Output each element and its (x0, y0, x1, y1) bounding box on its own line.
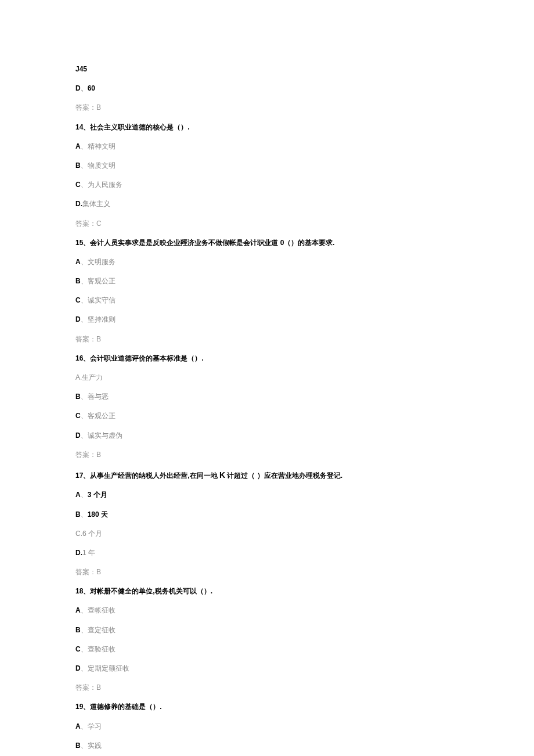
separator: 、 (81, 161, 88, 170)
option-label: C (75, 412, 81, 420)
q18-option-b: B、查定征收 (75, 625, 459, 636)
separator: 、 (81, 606, 88, 614)
option-text: 1 年 (82, 549, 95, 557)
option-label: C (75, 296, 81, 304)
separator: 、 (81, 664, 88, 672)
q14-option-c: C、为人民服务 (75, 179, 459, 190)
option-text: 诚实守信 (88, 296, 116, 304)
option-text: 集体主义 (82, 200, 110, 208)
separator: 、 (81, 510, 88, 519)
separator: 、 (81, 412, 88, 420)
separator: 、 (81, 491, 88, 499)
separator: 、 (81, 431, 88, 440)
option-text: 3 个月 (88, 491, 107, 499)
option-label: A (75, 258, 81, 266)
option-label: A (75, 606, 81, 614)
q17-option-c: C.6 个月 (75, 528, 459, 539)
separator: 、 (81, 142, 88, 150)
q15-option-d: D、坚持准则 (75, 314, 459, 325)
option-label: A (75, 491, 81, 499)
separator: 、 (81, 181, 88, 189)
q17-letter-k: K (219, 470, 225, 480)
q16-option-d: D、诚实与虚伪 (75, 430, 459, 441)
option-text: 生产力 (82, 373, 103, 381)
separator: 、 (81, 645, 88, 653)
header-j45: J45 (75, 64, 459, 75)
question-17: 17、从事生产经营的纳税人外出经营,在同一地 K 计超过（ ）应在营业地办理税务… (75, 469, 459, 481)
q14-option-b: B、物质文明 (75, 160, 459, 171)
option-text: 60 (88, 84, 95, 92)
option-text: 文明服务 (88, 258, 116, 266)
option-text: 善与恶 (88, 393, 109, 401)
q19-option-a: A、学习 (75, 721, 459, 732)
separator: 、 (81, 258, 88, 266)
option-label: B (75, 626, 81, 634)
option-text: 查定征收 (88, 626, 116, 634)
option-label: C (75, 181, 81, 189)
option-text: 精神文明 (88, 142, 116, 150)
q18-option-a: A、查帐征收 (75, 605, 459, 616)
question-16: 16、会计职业道德评价的基本标准是（）. (75, 353, 459, 364)
option-label: B (75, 393, 81, 401)
separator: 、 (81, 741, 88, 750)
prev-option-d: D、60 (75, 83, 459, 94)
q18-option-c: C、查验征收 (75, 644, 459, 655)
option-text: 180 天 (88, 510, 108, 519)
option-label: C (75, 645, 81, 653)
option-text: 诚实与虚伪 (88, 431, 122, 440)
option-label: B (75, 277, 81, 285)
option-label: D (75, 315, 81, 323)
option-text: 6 个月 (82, 530, 102, 538)
separator: 、 (81, 277, 88, 285)
option-label: D (75, 84, 81, 92)
separator: 、 (81, 626, 88, 634)
answer-14: 答案：C (75, 218, 459, 229)
option-text: 查验征收 (88, 645, 116, 653)
option-text: 为人民服务 (88, 181, 122, 189)
option-text: 坚持准则 (88, 315, 116, 323)
separator: 、 (81, 315, 88, 323)
option-text: 物质文明 (88, 161, 116, 170)
answer-17: 答案：B (75, 567, 459, 578)
q17-option-d: D.1 年 (75, 548, 459, 559)
option-label: C. (75, 530, 82, 538)
option-text: 学习 (88, 722, 102, 730)
q17-option-a: A、3 个月 (75, 489, 459, 501)
option-text: 客观公正 (88, 277, 116, 285)
separator: 、 (81, 393, 88, 401)
option-label: B (75, 741, 81, 750)
q16-option-b: B、善与恶 (75, 391, 459, 402)
q14-option-d: D.集体主义 (75, 199, 459, 210)
option-label: B (75, 510, 81, 519)
question-14: 14、社会主义职业道德的核心是（）. (75, 122, 459, 133)
option-text: 定期定额征收 (88, 664, 129, 672)
answer-16: 答案：B (75, 449, 459, 460)
q18-option-d: D、定期定额征收 (75, 663, 459, 674)
q17-text-post: 计超过（ ）应在营业地办理税务登记. (225, 471, 342, 480)
separator: 、 (81, 296, 88, 304)
separator: 、 (81, 722, 88, 730)
option-label: A. (75, 373, 82, 381)
q15-option-c: C、诚实守信 (75, 295, 459, 306)
q15-option-a: A、文明服务 (75, 257, 459, 268)
option-label: D. (75, 200, 82, 208)
answer-18: 答案：B (75, 682, 459, 693)
q16-option-a: A.生产力 (75, 372, 459, 383)
answer-13: 答案：B (75, 102, 459, 113)
option-text: 实践 (88, 741, 102, 750)
q16-option-c: C、客观公正 (75, 411, 459, 422)
q17-text-pre: 17、从事生产经营的纳税人外出经营,在同一地 (75, 471, 219, 480)
option-label: D. (75, 549, 82, 557)
option-label: D (75, 664, 81, 672)
q15-option-b: B、客观公正 (75, 276, 459, 287)
question-15: 15、会计人员实事求是是反映企业羥济业务不做假帐是会计职业道 0（）的基本要求. (75, 237, 459, 249)
q17-option-b: B、180 天 (75, 509, 459, 520)
option-label: D (75, 431, 81, 440)
option-label: A (75, 722, 81, 730)
option-label: A (75, 142, 81, 150)
question-18: 18、对帐册不健全的单位,税务机关可以（）. (75, 586, 459, 597)
q14-option-a: A、精神文明 (75, 141, 459, 152)
option-label: B (75, 161, 81, 170)
option-text: 查帐征收 (88, 606, 116, 614)
q19-option-b: B、实践 (75, 740, 459, 751)
